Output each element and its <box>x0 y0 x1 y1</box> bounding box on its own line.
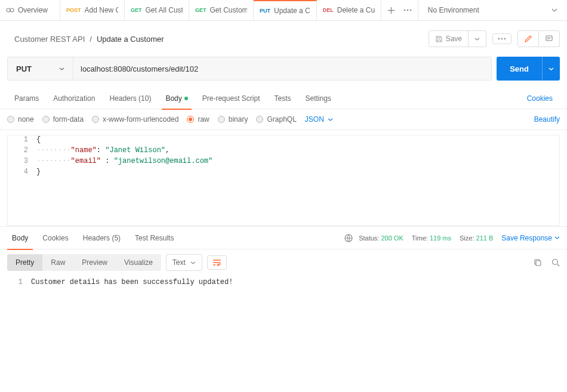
beautify-button[interactable]: Beautify <box>534 115 560 124</box>
method-badge-get: GET <box>195 7 207 13</box>
svg-rect-8 <box>546 36 552 41</box>
tab-overview-label: Overview <box>18 6 48 14</box>
radio-form-data[interactable]: form-data <box>42 115 84 124</box>
tab-params[interactable]: Params <box>7 88 46 109</box>
breadcrumb-current: Update a Customer <box>97 35 164 44</box>
url-row: PUT localhost:8080/customers/edit/102 Se… <box>0 57 567 81</box>
tab-delete[interactable]: DEL Delete a Cus <box>317 0 381 20</box>
overview-icon <box>6 6 14 14</box>
method-badge-post: POST <box>66 7 81 13</box>
chevron-down-icon <box>328 118 333 121</box>
tab-settings[interactable]: Settings <box>298 88 338 109</box>
code-line: 4 } <box>8 168 559 178</box>
tab-authorization[interactable]: Authorization <box>46 88 102 109</box>
top-tabs: Overview POST Add New C GET Get All Cust… <box>0 0 567 21</box>
tab-label: Get Custom <box>210 6 247 14</box>
save-icon <box>435 35 443 43</box>
response-tab-body[interactable]: Body <box>7 227 33 249</box>
environment-selector[interactable]: No Environment <box>418 0 567 20</box>
tab-get-all[interactable]: GET Get All Cust <box>125 0 189 20</box>
response-text: Customer details has been successfully u… <box>31 278 560 289</box>
radio-icon <box>187 116 194 123</box>
comment-button[interactable] <box>539 30 560 47</box>
status-value: 200 OK <box>381 234 403 242</box>
svg-point-3 <box>406 10 408 11</box>
url-input-group: PUT localhost:8080/customers/edit/102 <box>7 57 492 81</box>
search-button[interactable] <box>551 258 560 267</box>
svg-point-4 <box>409 10 411 11</box>
tab-body[interactable]: Body <box>158 88 195 109</box>
save-response-button[interactable]: Save Response <box>501 234 560 242</box>
response-tab-cookies[interactable]: Cookies <box>38 227 73 249</box>
send-button[interactable]: Send <box>497 57 542 81</box>
url-field[interactable]: localhost:8080/customers/edit/102 <box>73 57 491 80</box>
status-info: Status: 200 OK Time: 119 ms Size: 211 B <box>359 234 493 242</box>
request-body-editor[interactable]: 1 { 2 ········"name": "Janet Wilson", 3 … <box>0 130 567 227</box>
method-badge-get: GET <box>131 7 142 13</box>
radio-graphql[interactable]: GraphQL <box>256 115 296 124</box>
svg-point-7 <box>504 38 506 40</box>
view-visualize[interactable]: Visualize <box>116 254 161 271</box>
copy-button[interactable] <box>534 258 542 267</box>
globe-icon[interactable] <box>344 234 353 242</box>
code-line: 1 { <box>8 135 559 146</box>
tab-label: Add New C <box>85 6 118 14</box>
tab-tests[interactable]: Tests <box>267 88 298 109</box>
code-line: 2 ········"name": "Janet Wilson", <box>8 146 559 157</box>
add-tab-icon[interactable] <box>387 7 395 14</box>
wrap-icon <box>212 259 221 266</box>
radio-icon <box>7 116 14 123</box>
body-format-label: JSON <box>305 115 324 124</box>
svg-point-2 <box>403 10 405 11</box>
tab-label: Update a C <box>274 7 310 15</box>
response-toolbar-right <box>534 258 560 267</box>
tab-body-label: Body <box>165 94 181 103</box>
view-pretty[interactable]: Pretty <box>7 254 42 271</box>
tab-get-customer[interactable]: GET Get Custom <box>189 0 254 20</box>
cookies-link[interactable]: Cookies <box>520 94 560 103</box>
save-dropdown[interactable] <box>469 30 486 47</box>
modified-dot-icon <box>184 97 188 100</box>
response-tab-tests[interactable]: Test Results <box>130 227 178 249</box>
wrap-lines-button[interactable] <box>207 255 227 270</box>
method-select[interactable]: PUT <box>8 57 73 80</box>
radio-binary[interactable]: binary <box>218 115 248 124</box>
chevron-down-icon <box>551 8 557 12</box>
radio-none[interactable]: none <box>7 115 34 124</box>
breadcrumb-parent[interactable]: Customer REST API <box>14 35 85 44</box>
chevron-down-icon <box>554 236 560 239</box>
tab-add-new[interactable]: POST Add New C <box>60 0 125 20</box>
chevron-down-icon <box>190 261 196 264</box>
more-options-button[interactable] <box>492 33 511 44</box>
view-preview[interactable]: Preview <box>73 254 116 271</box>
more-tabs-icon[interactable] <box>403 9 412 11</box>
radio-icon <box>42 116 50 123</box>
save-button[interactable]: Save <box>429 30 469 47</box>
svg-point-1 <box>10 8 14 12</box>
radio-urlencoded[interactable]: x-www-form-urlencoded <box>92 115 178 124</box>
send-dropdown[interactable] <box>542 57 560 81</box>
response-tab-headers[interactable]: Headers (5) <box>78 227 125 249</box>
view-raw[interactable]: Raw <box>42 254 73 271</box>
save-label: Save <box>446 35 462 43</box>
edit-button[interactable] <box>517 30 539 47</box>
tab-update[interactable]: PUT Update a C <box>254 0 317 20</box>
save-button-group: Save <box>429 30 486 47</box>
response-line: 1 Customer details has been successfully… <box>7 278 560 289</box>
body-format-select[interactable]: JSON <box>305 115 333 124</box>
response-toolbar: Pretty Raw Preview Visualize Text <box>0 249 567 276</box>
radio-raw[interactable]: raw <box>187 115 209 124</box>
response-format-select[interactable]: Text <box>166 254 202 271</box>
pencil-icon <box>524 35 532 43</box>
tab-headers[interactable]: Headers (10) <box>102 88 158 109</box>
code-line: 3 ········"email" : "janetwilson@email.c… <box>8 157 559 168</box>
response-header: Body Cookies Headers (5) Test Results St… <box>0 227 567 249</box>
method-value: PUT <box>16 64 32 73</box>
radio-icon <box>256 116 263 123</box>
chevron-down-icon <box>59 67 64 70</box>
tab-prerequest[interactable]: Pre-request Script <box>195 88 267 109</box>
tab-overview[interactable]: Overview <box>0 0 60 20</box>
environment-label: No Environment <box>428 6 479 14</box>
svg-point-0 <box>7 8 10 12</box>
comment-icon <box>545 35 553 43</box>
